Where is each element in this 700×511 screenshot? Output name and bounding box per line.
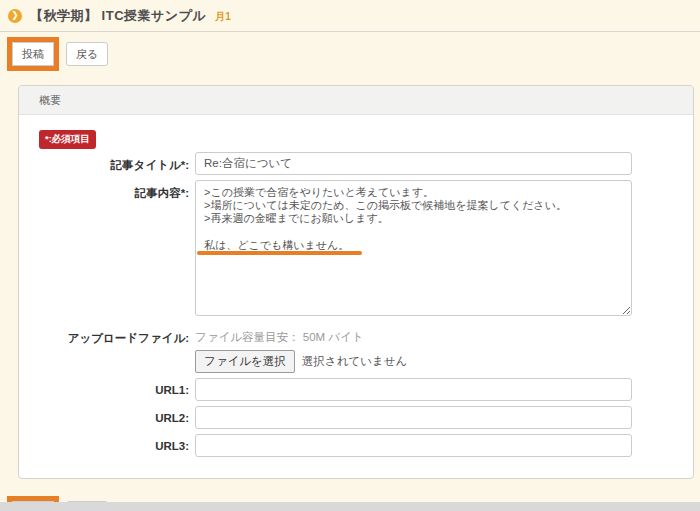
top-toolbar: 投稿 戻る <box>0 32 700 77</box>
overview-panel: 概要 *:必須項目 記事タイトル*: 記事内容*: >この授業で合宿をやりたいと… <box>18 85 694 479</box>
period-badge: 月1 <box>215 8 231 24</box>
url3-label: URL3: <box>39 434 189 452</box>
article-title-label: 記事タイトル*: <box>39 152 189 173</box>
url2-row: URL2: <box>39 406 673 429</box>
url2-input[interactable] <box>195 406 632 429</box>
article-content-textarea[interactable]: >この授業で合宿をやりたいと考えています。 >場所については未定のため、この掲示… <box>195 180 632 316</box>
file-status-text: 選択されていません <box>302 354 407 369</box>
chevron-right-icon: ❯ <box>8 9 22 23</box>
url2-label: URL2: <box>39 406 189 424</box>
required-badge: *:必須項目 <box>39 130 96 149</box>
url1-label: URL1: <box>39 378 189 396</box>
page-bottom-edge <box>0 502 700 511</box>
url3-input[interactable] <box>195 434 632 457</box>
annotation-highlight-top: 投稿 <box>7 37 59 71</box>
article-title-row: 記事タイトル*: <box>39 152 673 175</box>
upload-size-hint: ファイル容量目安： 50M バイト <box>195 330 632 345</box>
file-input-control: ファイルを選択 選択されていません <box>195 350 632 373</box>
post-button-top[interactable]: 投稿 <box>12 42 54 66</box>
upload-label: アップロードファイル: <box>39 325 189 346</box>
file-select-button[interactable]: ファイルを選択 <box>195 350 295 373</box>
post-form: 記事タイトル*: 記事内容*: >この授業で合宿をやりたいと考えています。 >場… <box>39 152 673 457</box>
back-button-top[interactable]: 戻る <box>66 42 108 66</box>
article-title-input[interactable] <box>195 152 632 175</box>
article-content-label: 記事内容*: <box>39 180 189 201</box>
panel-header: 概要 <box>19 86 693 115</box>
url3-row: URL3: <box>39 434 673 457</box>
page: ❯ 【秋学期】 ITC授業サンプル 月1 投稿 戻る 概要 *:必須項目 記事タ… <box>0 0 700 511</box>
page-header: ❯ 【秋学期】 ITC授業サンプル 月1 <box>0 0 700 32</box>
url1-input[interactable] <box>195 378 632 401</box>
upload-row: アップロードファイル: ファイル容量目安： 50M バイト ファイルを選択 選択… <box>39 325 673 373</box>
article-content-row: 記事内容*: >この授業で合宿をやりたいと考えています。 >場所については未定の… <box>39 180 673 320</box>
url1-row: URL1: <box>39 378 673 401</box>
panel-body: *:必須項目 記事タイトル*: 記事内容*: >この授業で合宿をやりたいと考えて… <box>19 115 693 478</box>
page-title: 【秋学期】 ITC授業サンプル <box>30 7 206 25</box>
